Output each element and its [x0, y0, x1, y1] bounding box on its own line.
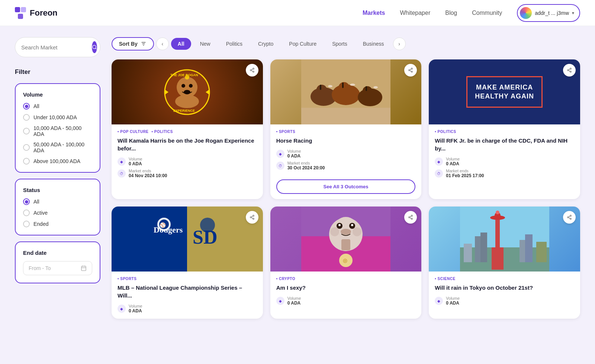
- user-address: addr_t ... j3mw: [535, 10, 569, 16]
- card-title-6: Will it rain in Tokyo on October 21st?: [435, 284, 574, 292]
- svg-point-39: [373, 86, 378, 88]
- category-prev-button[interactable]: ‹: [156, 38, 169, 50]
- share-button-4[interactable]: [246, 211, 258, 224]
- search-input[interactable]: [21, 44, 92, 51]
- volume-option-10k-50k[interactable]: 10,000 ADA - 50,000 ADA: [23, 125, 92, 137]
- share-icon: [250, 68, 255, 73]
- share-button-6[interactable]: [563, 211, 576, 224]
- svg-rect-35: [342, 82, 344, 88]
- category-business[interactable]: Business: [356, 38, 391, 50]
- svg-point-57: [200, 218, 215, 233]
- nav-markets[interactable]: Markets: [363, 10, 385, 16]
- category-sports[interactable]: Sports: [325, 38, 354, 50]
- share-button-3[interactable]: [563, 64, 576, 77]
- svg-point-32: [338, 82, 350, 93]
- category-next-button[interactable]: ›: [393, 38, 406, 50]
- svg-line-25: [251, 69, 253, 70]
- svg-point-88: [496, 211, 499, 214]
- tokyo-illustration: [460, 207, 549, 272]
- card-body-2: SPORTS Horse Racing ◆ Volume 0 ADA ⏱: [270, 124, 422, 176]
- card-meta-1: ◆ Volume 0 ADA ⏱ Market ends 04 Nov 2024…: [118, 157, 257, 178]
- category-new[interactable]: New: [193, 38, 217, 50]
- svg-point-20: [185, 75, 189, 79]
- svg-point-23: [253, 71, 254, 72]
- card-meta-4: ◆ Volume 0 ADA: [118, 304, 257, 313]
- svg-line-62: [251, 216, 253, 217]
- user-menu-button[interactable]: addr_t ... j3mw ▾: [517, 4, 580, 22]
- volume-info-2: Volume 0 ADA: [287, 149, 301, 159]
- svg-point-22: [250, 69, 251, 71]
- card-tags-3: POLITICS: [435, 130, 574, 134]
- category-pop-culture[interactable]: Pop Culture: [282, 38, 323, 50]
- volume-row-3: ◆ Volume 0 ADA: [435, 157, 574, 166]
- volume-option-50k-100k[interactable]: 50,000 ADA - 100,000 ADA: [23, 142, 92, 153]
- category-politics[interactable]: Politics: [219, 38, 249, 50]
- radio-50k-100k: [23, 144, 30, 151]
- logo[interactable]: Foreon: [15, 7, 58, 19]
- status-option-all[interactable]: All: [23, 198, 92, 205]
- date-input-wrapper[interactable]: From - To: [23, 261, 92, 275]
- volume-icon-2: ◆: [276, 150, 284, 158]
- category-crypto[interactable]: Crypto: [251, 38, 280, 50]
- svg-rect-93: [464, 244, 472, 262]
- card-tags-4: SPORTS: [118, 277, 257, 281]
- share-button-1[interactable]: [246, 64, 258, 77]
- svg-rect-92: [525, 234, 533, 262]
- status-option-active[interactable]: Active: [23, 209, 92, 216]
- volume-row-6: ◆ Volume 0 ADA: [435, 296, 574, 306]
- ends-info-1: Market ends 04 Nov 2024 10:00: [129, 169, 167, 178]
- radio-status-active: [23, 209, 30, 216]
- market-card-2: SPORTS Horse Racing ◆ Volume 0 ADA ⏱: [270, 59, 422, 199]
- category-all[interactable]: All: [171, 38, 191, 50]
- radio-status-ended: [23, 221, 30, 227]
- share-icon: [567, 68, 572, 73]
- calendar-icon: [81, 265, 87, 271]
- nav-community[interactable]: Community: [472, 10, 502, 16]
- sidebar: Filter Volume All Under 10,000 ADA 10,00…: [15, 37, 100, 319]
- radio-above100k: [23, 158, 30, 165]
- nav-blog[interactable]: Blog: [445, 10, 457, 16]
- card-tags-5: CRYPTO: [276, 277, 416, 281]
- horse-racing-illustration: [301, 59, 390, 124]
- market-card-6: SCIENCE Will it rain in Tokyo on October…: [429, 207, 580, 319]
- see-outcomes-button-2[interactable]: See All 3 Outcomes: [276, 179, 416, 194]
- status-option-ended[interactable]: Ended: [23, 221, 92, 227]
- card-body-3: POLITICS Will RFK Jr. be in charge of th…: [429, 124, 580, 183]
- search-button[interactable]: [92, 41, 97, 53]
- maga-sign: MAKE AMERICA HEALTHY AGAIN: [466, 76, 543, 108]
- svg-point-69: [338, 224, 341, 226]
- svg-point-59: [250, 217, 251, 218]
- svg-point-95: [570, 215, 572, 217]
- share-icon: [408, 215, 413, 220]
- volume-option-above100k[interactable]: Above 100,000 ADA: [23, 158, 92, 165]
- svg-line-49: [569, 69, 570, 70]
- share-icon: [567, 215, 572, 220]
- svg-point-47: [570, 71, 572, 72]
- volume-row-2: ◆ Volume 0 ADA: [276, 149, 416, 159]
- svg-line-4: [96, 48, 97, 49]
- svg-line-99: [569, 216, 570, 217]
- svg-point-13: [177, 77, 197, 98]
- svg-point-58: [253, 215, 254, 217]
- market-card-1: THE JOE ROGAN EXPERIENCE POP CU: [112, 59, 263, 199]
- radio-all-volume: [23, 103, 30, 110]
- volume-option-under10k[interactable]: Under 10,000 ADA: [23, 114, 92, 121]
- volume-icon-1: ◆: [118, 157, 126, 166]
- svg-rect-83: [460, 247, 549, 272]
- nav-whitepaper[interactable]: Whitepaper: [400, 10, 430, 16]
- volume-option-all[interactable]: All: [23, 103, 92, 110]
- chevron-down-icon: ▾: [572, 10, 574, 16]
- svg-point-15: [181, 84, 185, 88]
- svg-point-38: [350, 84, 355, 86]
- card-image-4: Dodgers ⚾ SD: [112, 207, 263, 272]
- status-radio-group: All Active Ended: [23, 198, 92, 227]
- sort-button[interactable]: Sort By: [112, 37, 154, 51]
- volume-icon-4: ◆: [118, 305, 126, 313]
- card-image-2: [270, 59, 422, 124]
- card-tags-1: POP CULTURE POLITICS: [118, 130, 257, 134]
- volume-radio-group: All Under 10,000 ADA 10,000 ADA - 50,000…: [23, 103, 92, 165]
- svg-rect-50: [142, 207, 187, 272]
- logo-text: Foreon: [30, 8, 58, 18]
- card-tags-6: SCIENCE: [435, 277, 574, 281]
- volume-row-5: ◆ Volume 0 ADA: [276, 296, 416, 306]
